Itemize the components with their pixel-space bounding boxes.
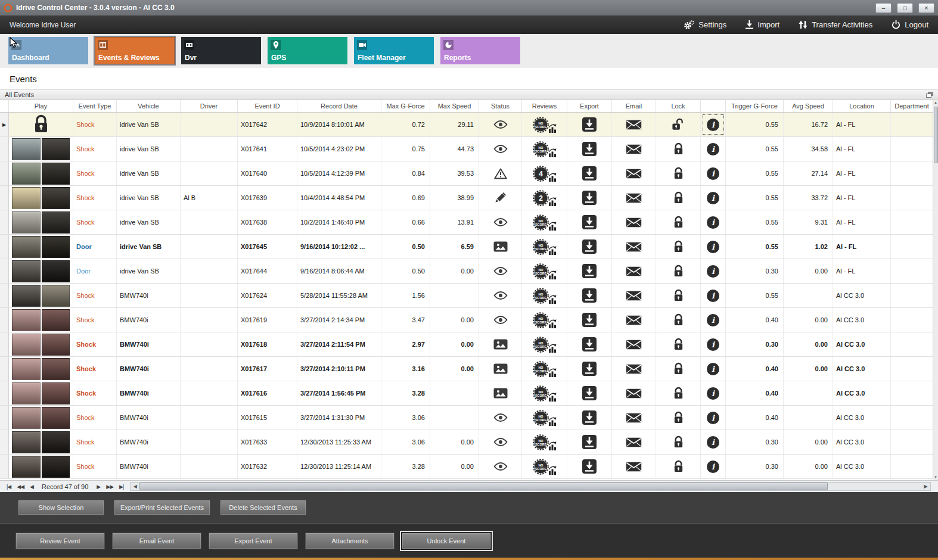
table-row[interactable]: Shockidrive Van SBX01764010/5/2014 4:12:…: [0, 161, 933, 186]
column-header-location[interactable]: Location: [833, 100, 891, 112]
scroll-up-icon[interactable]: ▲: [934, 100, 937, 105]
vertical-scroll-thumb[interactable]: [934, 107, 938, 163]
lock-cell[interactable]: [656, 332, 701, 356]
status-cell[interactable]: [479, 381, 522, 405]
row-selector[interactable]: [0, 455, 9, 478]
email-cell[interactable]: [612, 186, 656, 210]
table-row[interactable]: ShockBMW740iX01763312/30/2013 11:25:33 A…: [0, 430, 933, 455]
email-cell[interactable]: [612, 357, 656, 381]
play-cell[interactable]: [9, 381, 73, 405]
reviews-cell[interactable]: NOSCORE: [522, 308, 567, 332]
export-cell[interactable]: [567, 161, 612, 185]
row-selector[interactable]: [0, 406, 9, 430]
reviews-cell[interactable]: NOSCORE: [522, 210, 567, 234]
pager-prev-page-button[interactable]: ◀◀: [17, 484, 24, 490]
row-selector[interactable]: ▶: [0, 113, 9, 136]
export-cell[interactable]: [567, 113, 612, 136]
tile-dvr[interactable]: Dvr: [181, 37, 261, 64]
lock-cell[interactable]: [656, 186, 701, 210]
tile-fleet-manager[interactable]: Fleet Manager: [354, 37, 434, 64]
status-cell[interactable]: [479, 210, 522, 234]
email-cell[interactable]: [612, 210, 656, 234]
column-header-email[interactable]: Email: [612, 100, 656, 112]
column-header-selector[interactable]: [0, 100, 9, 112]
email-cell[interactable]: [612, 259, 656, 283]
play-cell[interactable]: [9, 235, 73, 259]
reviews-cell[interactable]: 2: [522, 186, 567, 210]
play-cell[interactable]: [9, 259, 73, 283]
event-thumbnail[interactable]: [12, 407, 70, 429]
table-row[interactable]: Shockidrive Van SBX01763810/2/2014 1:46:…: [0, 210, 933, 235]
play-cell[interactable]: [9, 430, 73, 454]
export-cell[interactable]: [567, 137, 612, 161]
lock-cell[interactable]: [656, 357, 701, 381]
table-row[interactable]: ShockBMW740iX0176163/27/2014 1:56:45 PM3…: [0, 381, 933, 406]
row-selector[interactable]: [0, 186, 9, 210]
lock-cell[interactable]: [656, 406, 701, 430]
email-cell[interactable]: [612, 308, 656, 332]
tile-gps[interactable]: GPS: [268, 37, 347, 64]
tile-events-reviews[interactable]: Events & Reviews: [95, 37, 175, 64]
minimize-button[interactable]: –: [875, 3, 892, 13]
row-selector[interactable]: [0, 137, 9, 161]
info-cell[interactable]: i: [701, 332, 726, 356]
status-cell[interactable]: [479, 235, 522, 259]
close-button[interactable]: ×: [918, 3, 934, 13]
play-cell[interactable]: [9, 308, 73, 332]
event-thumbnail[interactable]: [12, 456, 70, 478]
table-row[interactable]: ShockBMW740iX0176193/27/2014 2:14:34 PM3…: [0, 308, 933, 332]
column-header-department[interactable]: Department: [891, 100, 933, 112]
email-cell[interactable]: [612, 235, 656, 259]
pager-next-button[interactable]: ▶: [97, 484, 100, 490]
status-cell[interactable]: [479, 284, 522, 307]
column-header-max-g-force[interactable]: Max G-Force: [381, 100, 430, 112]
email-cell[interactable]: [612, 381, 656, 405]
status-cell[interactable]: [479, 308, 522, 332]
event-thumbnail[interactable]: [12, 163, 70, 185]
event-thumbnail[interactable]: [12, 260, 70, 282]
info-cell[interactable]: i: [701, 161, 726, 185]
info-cell[interactable]: i: [701, 235, 726, 259]
event-thumbnail[interactable]: [12, 138, 70, 160]
info-cell[interactable]: i: [701, 284, 726, 307]
lock-cell[interactable]: [656, 381, 701, 405]
event-thumbnail[interactable]: [12, 211, 70, 234]
info-cell[interactable]: i: [701, 137, 726, 161]
horizontal-scroll-thumb[interactable]: [139, 483, 827, 490]
status-cell[interactable]: [479, 332, 522, 356]
lock-cell[interactable]: [656, 161, 701, 185]
play-cell[interactable]: [9, 455, 73, 478]
info-cell[interactable]: i: [701, 259, 726, 283]
logout-button[interactable]: Logout: [892, 20, 928, 29]
reviews-cell[interactable]: NOSCORE: [522, 113, 567, 136]
column-header-reviews[interactable]: Reviews: [522, 100, 567, 112]
play-cell[interactable]: [9, 161, 73, 185]
export-cell[interactable]: [567, 406, 612, 430]
table-row[interactable]: ShockBMW740iX0176153/27/2014 1:31:30 PM3…: [0, 406, 933, 430]
column-header-lock[interactable]: Lock: [656, 100, 701, 112]
column-header-info[interactable]: [701, 100, 726, 112]
event-thumbnail[interactable]: [12, 309, 70, 331]
email-event-button[interactable]: Email Event: [112, 533, 201, 549]
table-row[interactable]: Dooridrive Van SBX0176459/16/2014 10:12:…: [0, 235, 933, 259]
table-row[interactable]: ShockBMW740iX0176183/27/2014 2:11:54 PM2…: [0, 332, 933, 357]
unlock-event-button[interactable]: Unlock Event: [402, 533, 491, 549]
reviews-cell[interactable]: NOSCORE: [522, 284, 567, 307]
column-header-avg-speed[interactable]: Avg Speed: [784, 100, 833, 112]
status-cell[interactable]: [479, 137, 522, 161]
lock-cell[interactable]: [656, 430, 701, 454]
row-selector[interactable]: [0, 357, 9, 381]
status-cell[interactable]: [479, 113, 522, 136]
email-cell[interactable]: [612, 406, 656, 430]
column-header-play[interactable]: Play: [9, 100, 73, 112]
table-row[interactable]: ShockBMW740iX0176173/27/2014 2:10:11 PM3…: [0, 357, 933, 381]
play-cell[interactable]: [9, 357, 73, 381]
row-selector[interactable]: [0, 381, 9, 405]
import-button[interactable]: Import: [746, 20, 779, 29]
play-cell[interactable]: [9, 137, 73, 161]
column-header-driver[interactable]: Driver: [181, 100, 238, 112]
reviews-cell[interactable]: NOSCORE: [522, 137, 567, 161]
lock-cell[interactable]: [656, 455, 701, 478]
column-header-vehicle[interactable]: Vehicle: [117, 100, 181, 112]
row-selector[interactable]: [0, 308, 9, 332]
